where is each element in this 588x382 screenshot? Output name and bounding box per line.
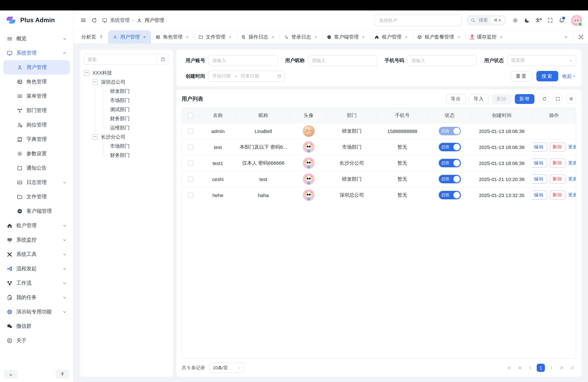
sidebar-item-notice[interactable]: 通知公告 — [3, 161, 70, 175]
sidebar-item-dict-management[interactable]: 字典管理 — [3, 132, 70, 146]
tab-analysis-page[interactable]: 分析页 — [77, 30, 108, 43]
sidebar-item-system-management[interactable]: 系统管理 — [3, 46, 70, 60]
sidebar-item-role-management[interactable]: 角色管理 — [3, 75, 70, 89]
refresh-page-icon[interactable] — [91, 17, 97, 23]
breadcrumb-user-management[interactable]: 用户管理 — [145, 17, 164, 23]
tenant-select-input[interactable] — [375, 14, 462, 26]
row-checkbox[interactable] — [188, 176, 193, 182]
tree-node-market-dept-2[interactable]: 市场部门 — [84, 142, 169, 151]
sidebar-item-demo-features[interactable]: 演示站专用功能 — [3, 305, 70, 319]
tab-list-dropdown-icon[interactable] — [559, 30, 573, 43]
close-icon[interactable] — [314, 35, 317, 39]
status-toggle[interactable]: 启用 — [439, 127, 461, 135]
close-icon[interactable] — [457, 35, 461, 39]
status-toggle[interactable]: 启用 — [439, 191, 461, 199]
export-button[interactable]: 导出 — [446, 94, 466, 104]
nickname-input[interactable] — [308, 55, 377, 66]
sidebar-item-menu-management[interactable]: 菜单管理 — [3, 89, 70, 103]
tree-node-market-dept[interactable]: 市场部门 — [84, 96, 169, 105]
global-search-button[interactable]: 搜索 ⌘ K — [466, 15, 506, 26]
tree-node-shenzhen-hq[interactable]: 深圳总公司 — [84, 77, 169, 86]
status-select[interactable]: 请选择 — [507, 55, 576, 66]
edit-button[interactable]: 编辑 — [532, 158, 547, 168]
sidebar-item-process-start[interactable]: 流程发起 — [3, 261, 70, 276]
more-actions-link[interactable]: 更多 — [568, 192, 576, 198]
hamburger-menu-icon[interactable] — [80, 17, 86, 23]
tab-operation-log[interactable]: 操作日志 — [236, 30, 279, 43]
delete-button[interactable]: 删除 — [492, 94, 512, 104]
next-page-button[interactable] — [547, 364, 555, 372]
sidebar-item-dept-management[interactable]: 部门管理 — [3, 103, 70, 118]
more-actions-link[interactable]: 更多 — [568, 160, 576, 166]
tree-refresh-button[interactable] — [157, 54, 169, 64]
close-icon[interactable] — [186, 35, 189, 39]
sidebar-item-about[interactable]: 关于 — [3, 333, 70, 348]
language-translate-icon[interactable]: 文A — [536, 17, 542, 23]
tab-file-management[interactable]: 文件管理 — [194, 30, 236, 43]
tree-node-finance-dept-2[interactable]: 财务部门 — [84, 151, 169, 160]
pin-icon[interactable] — [99, 35, 104, 39]
page-number-1[interactable]: 1 — [537, 364, 545, 372]
settings-gear-icon[interactable] — [512, 17, 518, 23]
tab-tenant-package-management[interactable]: 租户套餐管理 — [413, 30, 465, 43]
tab-login-log[interactable]: 登录日志 — [279, 30, 322, 43]
select-all-checkbox[interactable] — [188, 113, 193, 118]
sidebar-item-system-monitor[interactable]: 系统监控 — [3, 233, 70, 247]
status-toggle[interactable]: 启用 — [439, 175, 461, 183]
tab-cache-monitor[interactable]: redis 缓存监控 — [465, 30, 508, 43]
row-checkbox[interactable] — [188, 192, 193, 198]
close-icon[interactable] — [228, 35, 232, 39]
close-icon[interactable] — [143, 35, 146, 39]
delete-row-button[interactable]: 删除 — [550, 158, 566, 168]
tree-node-company[interactable]: XXX科技 — [84, 68, 169, 77]
table-fullscreen-button[interactable] — [553, 94, 563, 104]
status-toggle[interactable]: 启用 — [439, 143, 461, 151]
close-icon[interactable] — [500, 35, 503, 39]
phone-input[interactable] — [407, 55, 477, 66]
fullscreen-icon[interactable] — [547, 17, 553, 23]
collapse-sidebar-button[interactable]: « — [4, 370, 18, 379]
first-page-button[interactable] — [505, 364, 514, 372]
dark-mode-moon-icon[interactable] — [524, 17, 530, 23]
tab-tenant-management[interactable]: 租户管理 — [370, 30, 413, 43]
sidebar-item-post-management[interactable]: 岗位管理 — [3, 118, 70, 132]
pin-sidebar-button[interactable] — [56, 370, 69, 379]
more-actions-link[interactable]: 更多 — [568, 176, 576, 182]
status-toggle[interactable]: 启用 — [439, 159, 461, 167]
edit-button[interactable]: 编辑 — [532, 174, 547, 184]
row-checkbox[interactable] — [188, 160, 193, 166]
edit-button[interactable]: 编辑 — [532, 143, 547, 152]
sidebar-item-client-management[interactable]: 客户端管理 — [3, 204, 70, 218]
sidebar-item-overview[interactable]: 概览 — [3, 31, 70, 46]
sidebar-item-file-management[interactable]: 文件管理 — [3, 190, 70, 204]
refresh-table-button[interactable] — [539, 94, 549, 104]
prev-pages-button[interactable] — [516, 364, 524, 372]
more-actions-link[interactable]: 更多 — [568, 144, 576, 150]
tree-node-finance-dept[interactable]: 财务部门 — [84, 114, 169, 123]
collapse-node-icon[interactable] — [92, 79, 98, 85]
add-button[interactable]: 新增 — [515, 94, 534, 104]
content-fullscreen-icon[interactable] — [573, 30, 588, 43]
delete-row-button[interactable]: 删除 — [550, 143, 566, 152]
last-page-button[interactable] — [568, 364, 576, 372]
user-avatar[interactable] — [571, 15, 582, 26]
delete-row-button[interactable]: 删除 — [550, 191, 566, 200]
close-icon[interactable] — [404, 35, 408, 39]
sidebar-item-my-tasks[interactable]: 我的任务 — [3, 290, 70, 305]
tab-user-management[interactable]: 用户管理 — [108, 30, 151, 43]
tree-node-test-dept[interactable]: 测试部门 — [84, 105, 169, 114]
row-checkbox[interactable] — [188, 128, 193, 134]
row-checkbox[interactable] — [188, 144, 193, 150]
sidebar-item-system-tools[interactable]: 系统工具 — [3, 247, 70, 261]
reset-button[interactable]: 重置 — [511, 71, 532, 81]
page-size-select[interactable]: 10条/页 — [209, 363, 244, 373]
breadcrumb-system-management[interactable]: 系统管理 — [110, 17, 130, 23]
sidebar-item-log-management[interactable]: 日志管理 — [3, 175, 70, 190]
close-icon[interactable] — [362, 35, 365, 39]
tree-node-ops-dept[interactable]: 运维部门 — [84, 123, 169, 132]
tab-client-management[interactable]: 客户端管理 — [322, 30, 370, 43]
column-settings-button[interactable] — [566, 94, 576, 104]
sidebar-item-wechat-group[interactable]: 微信群 — [3, 319, 70, 333]
prev-page-button[interactable] — [526, 364, 534, 372]
collapse-node-icon[interactable] — [84, 70, 89, 76]
